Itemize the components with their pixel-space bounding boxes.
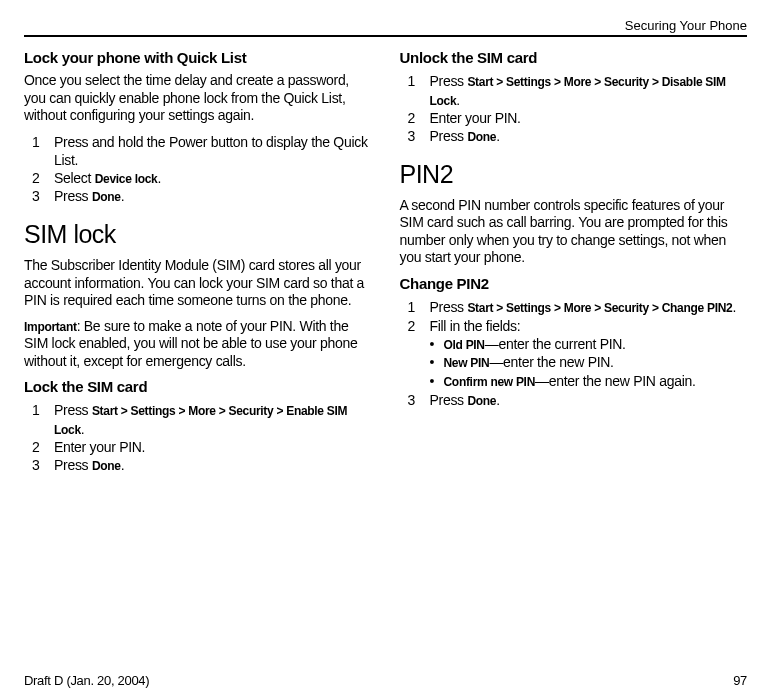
list-item: 1 Press and hold the Power button to dis… — [32, 133, 372, 169]
step-text: Press Start > Settings > More > Security… — [430, 298, 748, 317]
important-label: Important — [24, 320, 77, 334]
page-number: 97 — [733, 673, 747, 688]
list-item: 1 Press Start > Settings > More > Securi… — [408, 72, 748, 109]
bullet-list: • Old PIN—enter the current PIN. • New P… — [430, 335, 748, 391]
content-columns: Lock your phone with Quick List Once you… — [24, 45, 747, 483]
left-column: Lock your phone with Quick List Once you… — [24, 45, 372, 483]
bullet-item: • Old PIN—enter the current PIN. — [430, 335, 748, 354]
ui-label: Start > Settings > More > Security > Ena… — [54, 404, 347, 437]
bullet-item: • Confirm new PIN—enter the new PIN agai… — [430, 372, 748, 391]
ui-label: Start > Settings > More > Security > Dis… — [430, 75, 726, 108]
list-item: 2 Enter your PIN. — [32, 438, 372, 456]
ui-label: Device lock — [95, 172, 158, 186]
paragraph: The Subscriber Identity Module (SIM) car… — [24, 257, 372, 310]
list-item: 3 Press Done. — [408, 391, 748, 410]
step-text: Press and hold the Power button to displ… — [54, 133, 372, 169]
step-text: Press Done. — [430, 127, 748, 146]
step-text: Press Done. — [430, 391, 748, 410]
list-item: 2 Select Device lock. — [32, 169, 372, 188]
step-text: Press Done. — [54, 187, 372, 206]
steps-change-pin2: 1 Press Start > Settings > More > Securi… — [408, 298, 748, 409]
important-note: Important: Be sure to make a note of you… — [24, 318, 372, 371]
ui-label: Start > Settings > More > Security > Cha… — [467, 301, 732, 315]
steps-unlock-sim: 1 Press Start > Settings > More > Securi… — [408, 72, 748, 146]
heading-lock-sim: Lock the SIM card — [24, 378, 372, 395]
bullet-item: • New PIN—enter the new PIN. — [430, 353, 748, 372]
steps-quick-list: 1 Press and hold the Power button to dis… — [32, 133, 372, 207]
list-item: 1 Press Start > Settings > More > Securi… — [32, 401, 372, 438]
draft-label: Draft D (Jan. 20, 2004) — [24, 673, 149, 688]
heading-unlock-sim: Unlock the SIM card — [400, 49, 748, 66]
list-item: 2 Enter your PIN. — [408, 109, 748, 127]
right-column: Unlock the SIM card 1 Press Start > Sett… — [400, 45, 748, 483]
step-text: Press Start > Settings > More > Security… — [54, 401, 372, 438]
step-text: Enter your PIN. — [430, 109, 748, 127]
list-item: 1 Press Start > Settings > More > Securi… — [408, 298, 748, 317]
heading-pin2: PIN2 — [400, 160, 748, 189]
field-label: Confirm new PIN — [444, 375, 536, 389]
step-text: Press Start > Settings > More > Security… — [430, 72, 748, 109]
heading-change-pin2: Change PIN2 — [400, 275, 748, 292]
ui-label: Done — [467, 394, 496, 408]
page-footer: Draft D (Jan. 20, 2004) 97 — [24, 673, 747, 688]
step-text: Fill in the fields: • Old PIN—enter the … — [430, 317, 748, 391]
steps-lock-sim: 1 Press Start > Settings > More > Securi… — [32, 401, 372, 475]
ui-label: Done — [467, 130, 496, 144]
paragraph: A second PIN number controls specific fe… — [400, 197, 748, 267]
list-item: 2 Fill in the fields: • Old PIN—enter th… — [408, 317, 748, 391]
list-item: 3 Press Done. — [32, 456, 372, 475]
step-text: Enter your PIN. — [54, 438, 372, 456]
section-title: Securing Your Phone — [625, 18, 747, 33]
list-item: 3 Press Done. — [32, 187, 372, 206]
field-label: Old PIN — [444, 338, 485, 352]
heading-quick-list: Lock your phone with Quick List — [24, 49, 372, 66]
ui-label: Done — [92, 190, 121, 204]
intro-quick-list: Once you select the time delay and creat… — [24, 72, 372, 125]
step-text: Press Done. — [54, 456, 372, 475]
field-label: New PIN — [444, 356, 490, 370]
ui-label: Done — [92, 459, 121, 473]
page-header: Securing Your Phone — [24, 18, 747, 37]
heading-sim-lock: SIM lock — [24, 220, 372, 249]
list-item: 3 Press Done. — [408, 127, 748, 146]
step-text: Select Device lock. — [54, 169, 372, 188]
